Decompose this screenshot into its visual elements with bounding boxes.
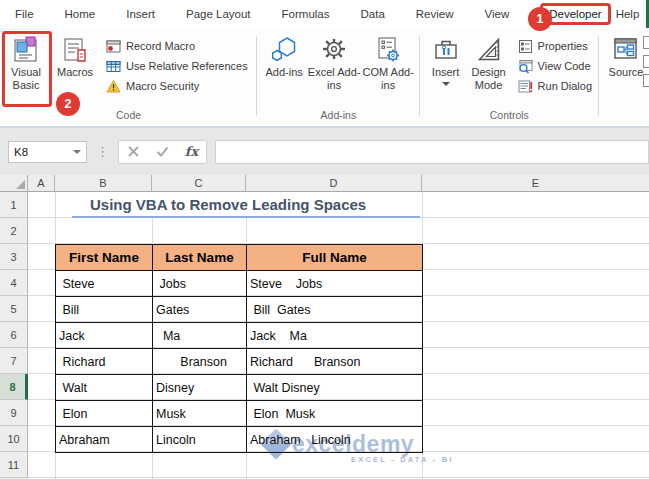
cell-d8[interactable]: Walt Disney xyxy=(247,375,423,401)
cell-b5[interactable]: Bill xyxy=(56,297,153,323)
tab-formulas[interactable]: Formulas xyxy=(282,8,330,20)
column-header-row: A B C D E xyxy=(0,175,649,192)
cell-d4[interactable]: Steve Jobs xyxy=(247,271,423,297)
insert-control-button[interactable]: Insert xyxy=(426,32,466,86)
cell-b8[interactable]: Walt xyxy=(56,375,153,401)
column-header-c[interactable]: C xyxy=(152,175,246,192)
insert-dropdown-chevron-icon[interactable] xyxy=(442,82,450,86)
table-row: Bill Gates Bill Gates xyxy=(56,297,423,323)
use-relative-references-button[interactable]: Use Relative References xyxy=(106,58,248,74)
visual-basic-button[interactable]: Visual Basic xyxy=(0,32,52,91)
properties-icon xyxy=(518,39,533,54)
properties-button[interactable]: Properties xyxy=(518,38,592,54)
header-last-name[interactable]: Last Name xyxy=(153,245,247,271)
row-header-1[interactable]: 1 xyxy=(0,192,28,218)
cell-d5[interactable]: Bill Gates xyxy=(247,297,423,323)
cell-c7[interactable]: Branson xyxy=(153,349,247,375)
formula-bar-grip-icon[interactable]: ⋮ xyxy=(96,144,109,159)
view-code-button[interactable]: View Code xyxy=(518,58,592,74)
row-header-9[interactable]: 9 xyxy=(0,400,28,426)
table-row: Elon Musk Elon Musk xyxy=(56,401,423,427)
cell-c5[interactable]: Gates xyxy=(153,297,247,323)
addins-group-label: Add-ins xyxy=(257,109,419,126)
tab-home[interactable]: Home xyxy=(65,8,96,20)
sheet-title-cell[interactable]: Using VBA to Remove Leading Spaces xyxy=(72,192,420,218)
macros-label: Macros xyxy=(57,66,93,79)
select-all-corner[interactable] xyxy=(0,175,28,192)
header-first-name[interactable]: First Name xyxy=(56,245,153,271)
row-header-2[interactable]: 2 xyxy=(0,218,28,244)
cell-b10[interactable]: Abraham xyxy=(56,427,153,453)
com-addins-button[interactable]: COM Add-ins xyxy=(361,32,415,91)
select-all-triangle-icon xyxy=(16,180,25,189)
tab-review[interactable]: Review xyxy=(416,8,454,20)
column-header-d[interactable]: D xyxy=(246,175,422,192)
cell-d7[interactable]: Richard Branson xyxy=(247,349,423,375)
row-header-8-selected[interactable]: 8 xyxy=(0,374,28,400)
cut-off-buttons xyxy=(643,36,649,87)
fx-icon: fx xyxy=(185,144,198,159)
row-header-5[interactable]: 5 xyxy=(0,296,28,322)
cell-c6[interactable]: Ma xyxy=(153,323,247,349)
column-header-b[interactable]: B xyxy=(55,175,152,192)
excel-window: File Home Insert Page Layout Formulas Da… xyxy=(0,0,649,479)
cell-b9[interactable]: Elon xyxy=(56,401,153,427)
excel-addins-label: Excel Add-ins xyxy=(307,66,361,91)
tab-page-layout[interactable]: Page Layout xyxy=(186,8,251,20)
row-header-3[interactable]: 3 xyxy=(0,244,28,270)
name-box[interactable]: K8 xyxy=(8,141,87,163)
cell-b4[interactable]: Steve xyxy=(56,271,153,297)
annotation-badge-1: 1 xyxy=(528,7,552,31)
addins-button[interactable]: Add-ins xyxy=(261,32,307,79)
cell-c9[interactable]: Musk xyxy=(153,401,247,427)
code-group-label: Code xyxy=(0,109,257,126)
ribbon-tab-row: File Home Insert Page Layout Formulas Da… xyxy=(0,0,649,28)
header-full-name[interactable]: Full Name xyxy=(247,245,423,271)
com-addins-icon xyxy=(373,34,403,66)
ribbon-group-code: Visual Basic Macros xyxy=(0,28,257,126)
run-dialog-button[interactable]: Run Dialog xyxy=(518,78,592,94)
cell-d6[interactable]: Jack Ma xyxy=(247,323,423,349)
record-macro-button[interactable]: Record Macro xyxy=(106,38,248,54)
enter-entry-button[interactable] xyxy=(148,141,177,163)
name-box-dropdown-icon[interactable] xyxy=(73,150,81,154)
cell-c8[interactable]: Disney xyxy=(153,375,247,401)
row-header-7[interactable]: 7 xyxy=(0,348,28,374)
tab-view[interactable]: View xyxy=(485,8,510,20)
formula-input[interactable] xyxy=(215,140,649,164)
table-row: Steve Jobs Steve Jobs xyxy=(56,271,423,297)
tab-data[interactable]: Data xyxy=(361,8,385,20)
use-relative-references-label: Use Relative References xyxy=(126,60,248,72)
column-header-a[interactable]: A xyxy=(28,175,55,192)
cancel-entry-button[interactable] xyxy=(119,141,148,163)
macros-button[interactable]: Macros xyxy=(52,32,98,79)
cell-c4[interactable]: Jobs xyxy=(153,271,247,297)
tab-file[interactable]: File xyxy=(15,8,34,20)
source-label: Source xyxy=(609,66,644,79)
design-mode-button[interactable]: Design Mode xyxy=(466,32,512,91)
cell-c10[interactable]: Lincoln xyxy=(153,427,247,453)
design-mode-icon xyxy=(474,34,504,66)
row-header-6[interactable]: 6 xyxy=(0,322,28,348)
cell-b6[interactable]: Jack xyxy=(56,323,153,349)
cut-icon-2 xyxy=(643,55,649,68)
view-code-icon xyxy=(518,59,533,74)
excel-addins-button[interactable]: Excel Add-ins xyxy=(307,32,361,91)
design-mode-label: Design Mode xyxy=(466,66,512,91)
macro-security-button[interactable]: Macro Security xyxy=(106,78,248,94)
row-header-11[interactable]: 11 xyxy=(0,452,28,478)
visual-basic-label: Visual Basic xyxy=(0,66,52,91)
cell-d9[interactable]: Elon Musk xyxy=(247,401,423,427)
record-macro-label: Record Macro xyxy=(126,40,195,52)
cell-b7[interactable]: Richard xyxy=(56,349,153,375)
tab-insert[interactable]: Insert xyxy=(126,8,155,20)
insert-function-button[interactable]: fx xyxy=(177,141,206,163)
macros-icon xyxy=(60,34,90,66)
cells-area[interactable]: Using VBA to Remove Leading Spaces excel… xyxy=(28,192,649,479)
tab-help[interactable]: Help xyxy=(616,8,640,20)
column-header-e[interactable]: E xyxy=(422,175,649,192)
row-header-4[interactable]: 4 xyxy=(0,270,28,296)
row-header-10[interactable]: 10 xyxy=(0,426,28,452)
cell-d10[interactable]: Abraham Lincoln xyxy=(247,427,423,453)
table-row: Walt Disney Walt Disney xyxy=(56,375,423,401)
